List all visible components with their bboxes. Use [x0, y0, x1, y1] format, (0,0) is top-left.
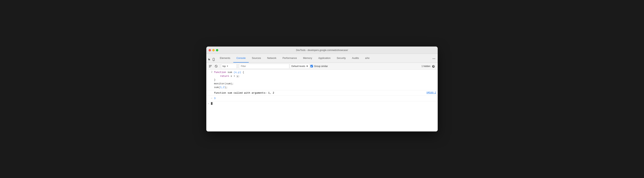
result-value: 3 — [214, 97, 216, 100]
code-line-4: monitor(sum); — [214, 82, 436, 86]
console-prompt-icon: › — [208, 102, 210, 105]
context-arrow-icon: ▼ — [226, 65, 228, 67]
console-entry-output: function sum called with arguments: 1, 2… — [206, 90, 438, 96]
tabbar: Elements Console Sources Network Perform… — [206, 54, 438, 63]
filter-input[interactable] — [241, 65, 288, 68]
console-input-row: › — [206, 101, 438, 106]
entry-gutter-output — [208, 93, 214, 93]
entry-content-code: function sum (x,y) { return x + y; } mon… — [214, 70, 436, 90]
tab-performance[interactable]: Performance — [280, 54, 300, 63]
clear-console-button[interactable] — [208, 64, 213, 69]
code-line-2: return x + y; — [214, 74, 436, 78]
tab-security[interactable]: Security — [334, 54, 349, 63]
cursor-icon[interactable] — [208, 58, 211, 61]
entry-content-output: function sum called with arguments: 1, 2 — [214, 91, 424, 95]
group-similar-label[interactable]: Group similar — [314, 65, 328, 68]
entry-gutter-code: 2 — [208, 70, 214, 74]
console-toolbar: top ▼ Default levels ▼ Group similar 1 h… — [206, 63, 438, 70]
levels-arrow-icon: ▼ — [306, 65, 308, 68]
entry-source-link[interactable]: VM580:2 — [424, 91, 436, 95]
filter-container — [239, 64, 289, 69]
hidden-count: 1 hidden — [422, 65, 430, 68]
console-cursor — [211, 102, 212, 105]
devtools-icons — [208, 58, 215, 63]
code-line-1: function sum (x,y) { — [214, 70, 436, 74]
console-entry-code: 2 function sum (x,y) { return x + y; } m… — [206, 70, 438, 90]
levels-selector[interactable]: Default levels ▼ — [290, 64, 310, 69]
tab-audits[interactable]: Audits — [349, 54, 362, 63]
window-title: DevTools - developers.google.com/web/sho… — [296, 49, 348, 52]
separator-1 — [220, 64, 220, 68]
svg-point-1 — [214, 60, 214, 61]
svg-point-4 — [434, 59, 435, 59]
svg-line-10 — [215, 65, 217, 67]
entry-gutter-result: ← — [208, 96, 214, 100]
group-similar-checkbox[interactable] — [310, 65, 313, 67]
settings-button[interactable] — [431, 64, 436, 69]
maximize-button[interactable] — [216, 49, 218, 51]
block-button[interactable] — [214, 64, 219, 69]
code-line-5: sum(1,2); — [214, 86, 436, 89]
console-entry-result: ← 3 — [206, 96, 438, 101]
mobile-icon[interactable] — [212, 58, 215, 61]
tab-sources[interactable]: Sources — [249, 54, 264, 63]
close-button[interactable] — [209, 49, 211, 51]
minimize-button[interactable] — [212, 49, 214, 51]
tab-axe[interactable]: aXe — [362, 54, 372, 63]
code-line-3: } — [214, 78, 436, 82]
tab-network[interactable]: Network — [264, 54, 280, 63]
entry-content-result: 3 — [214, 96, 436, 101]
group-similar-group: Group similar — [310, 65, 328, 68]
tab-console[interactable]: Console — [233, 54, 249, 63]
console-output: 2 function sum (x,y) { return x + y; } m… — [206, 70, 438, 131]
tab-memory[interactable]: Memory — [300, 54, 315, 63]
more-tabs-button[interactable] — [432, 56, 436, 61]
tab-application[interactable]: Application — [315, 54, 334, 63]
separator-2 — [238, 64, 238, 68]
output-text: function sum called with arguments: 1, 2 — [214, 92, 274, 94]
tab-elements[interactable]: Elements — [217, 54, 233, 63]
traffic-lights — [209, 49, 218, 51]
svg-point-3 — [434, 59, 434, 59]
context-selector[interactable]: top ▼ — [221, 64, 236, 69]
devtools-window: DevTools - developers.google.com/web/sho… — [206, 47, 438, 131]
svg-point-2 — [433, 59, 433, 59]
titlebar: DevTools - developers.google.com/web/sho… — [206, 47, 438, 54]
